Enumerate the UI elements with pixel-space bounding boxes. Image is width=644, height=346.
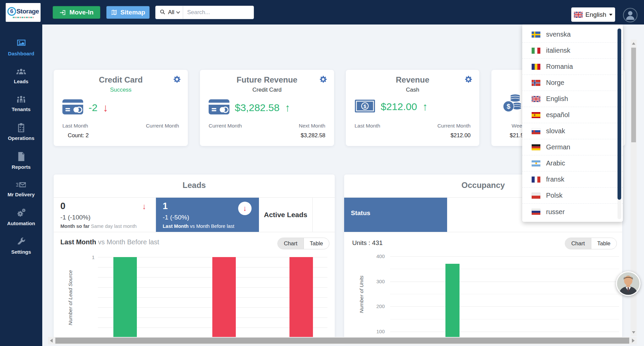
dropdown-scrollbar-track[interactable] xyxy=(618,27,621,219)
svg-text:$: $ xyxy=(364,103,367,109)
card-footer: Last Month Current Month xyxy=(346,123,479,129)
y-tick-label: 200 xyxy=(369,303,385,309)
language-option-russer[interactable]: russer xyxy=(522,204,623,220)
language-selector-button[interactable]: English xyxy=(571,7,615,22)
caret-down-icon xyxy=(609,14,612,16)
poland-flag-icon xyxy=(532,193,540,199)
slovakia-flag-icon xyxy=(532,128,540,134)
scroll-up-icon[interactable] xyxy=(632,42,635,45)
language-option-label: slovak xyxy=(546,127,565,135)
card-footer: Current Month Next Month xyxy=(200,123,334,129)
language-option-label: Polsk xyxy=(546,192,562,199)
chart-gridline xyxy=(390,256,619,257)
card-subtitle: Success xyxy=(54,87,188,93)
sidebar-item-label: Automation xyxy=(7,220,35,226)
search-input[interactable] xyxy=(183,9,254,16)
trend-up-icon: ↑ xyxy=(422,101,428,112)
sidebar-item-automation[interactable]: Automation xyxy=(1,208,41,226)
sitemap-button[interactable]: Sitemap xyxy=(106,6,150,19)
credit-card-icon xyxy=(62,99,83,116)
language-option-polsk[interactable]: Polsk xyxy=(522,188,623,204)
search-icon xyxy=(160,9,165,16)
card-title: Future Revenue xyxy=(200,75,334,85)
delivery-icon xyxy=(16,181,26,190)
russia-flag-icon xyxy=(532,209,540,215)
sidebar-item-leads[interactable]: Leads xyxy=(1,67,41,84)
language-option-fransk[interactable]: fransk xyxy=(522,171,623,188)
sidebar: DashboardLeadsTenantsOperationsReportsMr… xyxy=(0,24,42,346)
chart-gridline-minor xyxy=(390,269,619,269)
y-tick-label: 100 xyxy=(369,329,385,334)
argentina-flag-icon xyxy=(532,160,540,166)
gear-icon[interactable] xyxy=(173,75,181,85)
money-bill-icon: $ xyxy=(355,99,375,114)
language-option-norge[interactable]: Norge xyxy=(522,75,623,91)
language-option-español[interactable]: español xyxy=(522,107,623,123)
language-option-german[interactable]: German xyxy=(522,139,623,155)
romania-flag-icon xyxy=(532,64,540,70)
revenue-card: Revenue Cash $ $212.00 ↑ Last Month Curr… xyxy=(346,70,479,146)
sidebar-item-mr-delivery[interactable]: Mr Delivery xyxy=(1,181,41,197)
app-root: 6 Storage Move-In Sitemap All English xyxy=(0,0,644,346)
footer-right-label: Current Month xyxy=(437,123,471,129)
reports-icon xyxy=(17,152,25,162)
sidebar-item-tenants[interactable]: Tenants xyxy=(1,95,41,112)
sidebar-item-label: Leads xyxy=(14,79,28,84)
user-avatar-button[interactable] xyxy=(623,8,638,22)
sidebar-item-settings[interactable]: Settings xyxy=(1,237,41,255)
chart-gridline-minor xyxy=(390,319,619,319)
footer-right-label: Current Month xyxy=(146,123,179,129)
horizontal-scrollbar[interactable] xyxy=(48,337,637,344)
language-option-italiensk[interactable]: italiensk xyxy=(522,43,623,59)
language-option-label: Romania xyxy=(546,63,573,70)
brand-logo[interactable]: 6 Storage xyxy=(6,3,41,22)
search-scope-select[interactable]: All xyxy=(165,6,183,19)
gear-icon[interactable] xyxy=(464,75,473,85)
norway-flag-icon xyxy=(532,80,540,86)
language-option-english[interactable]: English xyxy=(522,91,623,107)
brand-logo-text: 6 Storage xyxy=(7,7,39,16)
card-footer-values: $212.00 xyxy=(346,132,479,139)
chart-gridline xyxy=(390,332,619,332)
horizontal-scrollbar-thumb[interactable] xyxy=(55,338,629,344)
move-in-button[interactable]: Move-In xyxy=(53,6,100,19)
card-title: Credit Card xyxy=(54,75,188,85)
sidebar-item-dashboard[interactable]: Dashboard xyxy=(1,39,41,56)
sidebar-item-reports[interactable]: Reports xyxy=(1,152,41,170)
italy-flag-icon xyxy=(532,48,540,54)
language-option-label: español xyxy=(546,111,570,119)
uk-flag-icon xyxy=(574,12,583,18)
language-option-romania[interactable]: Romania xyxy=(522,59,623,75)
chart-gridline xyxy=(390,282,619,282)
chevron-down-icon xyxy=(176,10,180,13)
user-photo[interactable] xyxy=(615,271,641,296)
y-axis-label: Number of Units xyxy=(359,267,365,321)
sidebar-item-operations[interactable]: Operations xyxy=(1,123,41,141)
chart-bar xyxy=(289,257,313,342)
scroll-down-icon[interactable] xyxy=(632,331,635,334)
language-option-label: russer xyxy=(546,208,565,216)
person-icon xyxy=(623,8,638,22)
tenants-icon xyxy=(16,95,26,105)
sidebar-item-label: Operations xyxy=(8,135,34,141)
footer-right-value: $3,282.58 xyxy=(301,132,325,139)
language-option-label: fransk xyxy=(546,176,564,183)
language-option-slovak[interactable]: slovak xyxy=(522,123,623,139)
sidebar-item-label: Mr Delivery xyxy=(8,192,35,197)
scroll-right-icon[interactable] xyxy=(632,339,635,343)
gear-icon[interactable] xyxy=(319,75,327,85)
move-in-icon xyxy=(59,9,66,16)
footer-left-value: Count: 2 xyxy=(68,132,89,139)
language-option-arabic[interactable]: Arabic xyxy=(522,155,623,171)
language-option-label: Arabic xyxy=(546,159,565,167)
settings-icon xyxy=(17,237,25,247)
card-value-row: $3,282.58 ↑ xyxy=(209,99,290,116)
leads-icon xyxy=(16,67,26,77)
scroll-left-icon[interactable] xyxy=(50,339,53,343)
vertical-scrollbar-thumb[interactable] xyxy=(631,48,636,142)
language-option-label: German xyxy=(546,143,570,151)
dropdown-scrollbar-thumb[interactable] xyxy=(618,29,621,200)
sidebar-item-label: Dashboard xyxy=(8,51,34,56)
language-option-svenska[interactable]: svenska xyxy=(522,27,623,43)
sidebar-item-label: Settings xyxy=(11,249,31,255)
